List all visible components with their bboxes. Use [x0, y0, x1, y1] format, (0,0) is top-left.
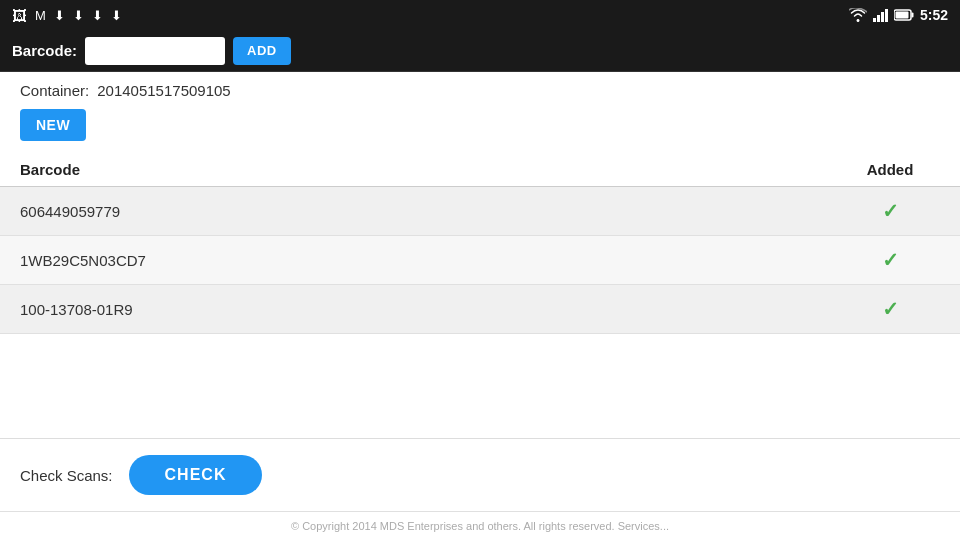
added-cell-1: ✓: [840, 199, 940, 223]
download-icon-1: ⬇: [54, 8, 65, 23]
signal-bars: [873, 8, 888, 22]
barcode-cell-2: 1WB29C5N03CD7: [20, 252, 840, 269]
add-button[interactable]: ADD: [233, 37, 291, 65]
container-label: Container:: [20, 82, 89, 99]
table-header: Barcode Added: [0, 153, 960, 187]
svg-rect-2: [895, 12, 908, 19]
container-value: 2014051517509105: [97, 82, 230, 99]
svg-rect-1: [911, 13, 913, 18]
table-container: Barcode Added 606449059779 ✓ 1WB29C5N03C…: [0, 153, 960, 438]
added-column-header: Added: [840, 161, 940, 178]
new-button[interactable]: NEW: [20, 109, 86, 141]
barcode-cell-1: 606449059779: [20, 203, 840, 220]
main-content: Container: 2014051517509105 NEW Barcode …: [0, 72, 960, 540]
footer: © Copyright 2014 MDS Enterprises and oth…: [0, 511, 960, 540]
toolbar: Barcode: ADD: [0, 30, 960, 72]
status-bar-left: 🖼 M ⬇ ⬇ ⬇ ⬇: [12, 7, 122, 24]
added-cell-2: ✓: [840, 248, 940, 272]
barcode-column-header: Barcode: [20, 161, 840, 178]
table-row: 606449059779 ✓: [0, 187, 960, 236]
barcode-input[interactable]: [85, 37, 225, 65]
status-bar-right: 5:52: [849, 7, 948, 23]
battery-icon: [894, 9, 914, 21]
status-time: 5:52: [920, 7, 948, 23]
status-bar: 🖼 M ⬇ ⬇ ⬇ ⬇ 5:52: [0, 0, 960, 30]
table-row: 100-13708-01R9 ✓: [0, 285, 960, 334]
container-btn-row: NEW: [20, 105, 940, 153]
download-icon-2: ⬇: [73, 8, 84, 23]
check-button[interactable]: CHECK: [129, 455, 263, 495]
barcode-cell-3: 100-13708-01R9: [20, 301, 840, 318]
check-scans-label: Check Scans:: [20, 467, 113, 484]
table-row: 1WB29C5N03CD7 ✓: [0, 236, 960, 285]
gmail-icon: M: [35, 8, 46, 23]
container-top: Container: 2014051517509105: [20, 82, 940, 105]
barcode-label: Barcode:: [12, 42, 77, 59]
check-scans-row: Check Scans: CHECK: [0, 438, 960, 511]
image-icon: 🖼: [12, 7, 27, 24]
container-info: Container: 2014051517509105 NEW: [0, 72, 960, 153]
wifi-icon: [849, 8, 867, 22]
footer-text: © Copyright 2014 MDS Enterprises and oth…: [291, 520, 669, 532]
download-icon-3: ⬇: [92, 8, 103, 23]
download-icon-4: ⬇: [111, 8, 122, 23]
added-cell-3: ✓: [840, 297, 940, 321]
